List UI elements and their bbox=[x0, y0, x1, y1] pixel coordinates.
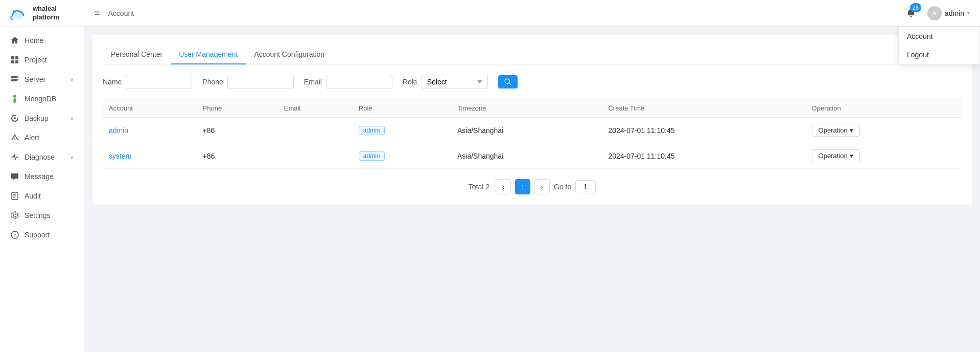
server-icon bbox=[10, 75, 19, 84]
sidebar-item-label-mongodb: MongoDB bbox=[25, 95, 74, 103]
cell-createtime-system: 2024-07-01 11:10:45 bbox=[602, 143, 805, 169]
col-timezone: Timezone bbox=[451, 99, 602, 118]
role-select[interactable]: Select admin user bbox=[422, 75, 488, 89]
search-button[interactable] bbox=[498, 75, 518, 89]
breadcrumb-text: Account bbox=[108, 9, 134, 17]
cell-role-admin: admin bbox=[353, 118, 451, 143]
tabs: Personal Center User Management Account … bbox=[103, 45, 962, 64]
col-create-time: Create Time bbox=[602, 99, 805, 118]
goto-input[interactable] bbox=[575, 180, 596, 193]
prev-page-button[interactable]: ‹ bbox=[496, 179, 511, 194]
pagination: Total 2 ‹ 1 › Go to bbox=[103, 179, 962, 194]
svg-line-22 bbox=[509, 83, 511, 85]
sidebar-item-settings[interactable]: Settings bbox=[0, 206, 84, 225]
filter-email: Email bbox=[304, 75, 392, 89]
sidebar-item-support[interactable]: ? Support bbox=[0, 225, 84, 245]
sidebar-item-server[interactable]: Server ∨ bbox=[0, 70, 84, 89]
dropdown-account[interactable]: Account bbox=[899, 27, 979, 46]
filter-phone: Phone bbox=[202, 75, 293, 89]
cell-role-system: admin bbox=[353, 143, 451, 169]
user-menu-arrow: ▾ bbox=[967, 10, 970, 16]
goto-label: Go to bbox=[554, 183, 571, 191]
table-body: admin +86 admin Asia/Shanghai 2024-07-01… bbox=[103, 118, 962, 169]
support-icon: ? bbox=[10, 230, 19, 239]
filter-name-label: Name bbox=[103, 78, 122, 86]
phone-input[interactable] bbox=[227, 75, 294, 89]
svg-point-11 bbox=[13, 95, 16, 98]
logo: whaleal platform bbox=[0, 0, 84, 27]
alert-icon bbox=[10, 133, 19, 142]
notification-badge: 26 bbox=[910, 3, 921, 12]
svg-rect-6 bbox=[15, 60, 18, 63]
sidebar-item-label-settings: Settings bbox=[25, 211, 74, 219]
filter-role: Role Select admin user bbox=[403, 75, 488, 89]
operation-arrow-admin: ▾ bbox=[850, 126, 853, 134]
sidebar-item-project[interactable]: Project bbox=[0, 50, 84, 70]
role-badge-admin: admin bbox=[359, 126, 385, 135]
sidebar-item-backup[interactable]: Backup ∨ bbox=[0, 108, 84, 128]
sidebar-item-label-diagnose: Diagnose bbox=[25, 153, 70, 161]
audit-icon bbox=[10, 191, 19, 201]
page-content: Personal Center User Management Account … bbox=[84, 27, 980, 352]
user-dropdown: Account Logout bbox=[898, 27, 980, 64]
operation-arrow-system: ▾ bbox=[850, 152, 853, 160]
sidebar-item-alert[interactable]: Alert bbox=[0, 128, 84, 147]
topbar: ≡ Account 26 A admin ▾ Account Logout bbox=[84, 0, 980, 27]
notification-button[interactable]: 26 bbox=[903, 5, 919, 21]
message-icon bbox=[10, 172, 19, 181]
logo-text: whaleal platform bbox=[33, 5, 59, 22]
tab-personal[interactable]: Personal Center bbox=[103, 45, 171, 64]
svg-point-2 bbox=[13, 10, 14, 11]
cell-phone-admin: +86 bbox=[197, 118, 278, 143]
sidebar-item-diagnose[interactable]: Diagnose ∨ bbox=[0, 147, 84, 167]
filter-row: Name Phone Email Role Select admin u bbox=[103, 75, 962, 89]
sidebar-item-mongodb[interactable]: MongoDB bbox=[0, 89, 84, 108]
sidebar-item-audit[interactable]: Audit bbox=[0, 186, 84, 206]
user-menu[interactable]: A admin ▾ bbox=[927, 6, 970, 20]
col-role: Role bbox=[353, 99, 451, 118]
breadcrumb: ≡ Account bbox=[95, 8, 134, 18]
menu-icon: ≡ bbox=[95, 8, 100, 18]
next-page-button[interactable]: › bbox=[534, 179, 550, 194]
dropdown-logout[interactable]: Logout bbox=[899, 46, 979, 64]
filter-email-label: Email bbox=[304, 78, 322, 86]
sidebar-item-label-home: Home bbox=[25, 36, 74, 45]
filter-role-label: Role bbox=[403, 78, 417, 86]
sidebar-item-home[interactable]: Home bbox=[0, 31, 84, 50]
tab-account-config[interactable]: Account Configuration bbox=[246, 45, 333, 64]
svg-point-21 bbox=[505, 79, 509, 83]
account-link-admin[interactable]: admin bbox=[109, 126, 128, 135]
logo-icon bbox=[8, 4, 29, 23]
cell-account-system: system bbox=[103, 143, 197, 169]
filter-name: Name bbox=[103, 75, 192, 89]
server-expand-icon: ∨ bbox=[70, 77, 74, 82]
account-link-system[interactable]: system bbox=[109, 152, 131, 160]
backup-expand-icon: ∨ bbox=[70, 116, 74, 121]
col-account: Account bbox=[103, 99, 197, 118]
sidebar-menu: Home Project Server ∨ MongoDB bbox=[0, 27, 84, 352]
sidebar-item-message[interactable]: Message bbox=[0, 167, 84, 186]
sidebar-item-label-server: Server bbox=[25, 75, 70, 83]
project-icon bbox=[10, 55, 19, 64]
main-content: ≡ Account 26 A admin ▾ Account Logout Pe… bbox=[84, 0, 980, 352]
settings-icon bbox=[10, 211, 19, 220]
email-input[interactable] bbox=[326, 75, 392, 89]
page-1-button[interactable]: 1 bbox=[515, 179, 530, 194]
table-row: system +86 admin Asia/Shanghai 2024-07-0… bbox=[103, 143, 962, 169]
sidebar: whaleal platform Home Project Server ∨ bbox=[0, 0, 84, 352]
cell-operation-admin: Operation ▾ bbox=[806, 118, 962, 143]
cell-timezone-system: Asia/Shanghai bbox=[451, 143, 602, 169]
operation-button-system[interactable]: Operation ▾ bbox=[812, 149, 860, 162]
cell-account-admin: admin bbox=[103, 118, 197, 143]
table-header: Account Phone Email Role Timezone Create… bbox=[103, 99, 962, 118]
table-row: admin +86 admin Asia/Shanghai 2024-07-01… bbox=[103, 118, 962, 143]
tab-user-management[interactable]: User Management bbox=[171, 45, 246, 64]
col-operation: Operation bbox=[806, 99, 962, 118]
col-email: Email bbox=[278, 99, 353, 118]
name-input[interactable] bbox=[126, 75, 192, 89]
operation-button-admin[interactable]: Operation ▾ bbox=[812, 124, 860, 137]
users-table: Account Phone Email Role Timezone Create… bbox=[103, 99, 962, 169]
diagnose-expand-icon: ∨ bbox=[70, 155, 74, 160]
diagnose-icon bbox=[10, 152, 19, 162]
mongodb-icon bbox=[10, 94, 19, 103]
